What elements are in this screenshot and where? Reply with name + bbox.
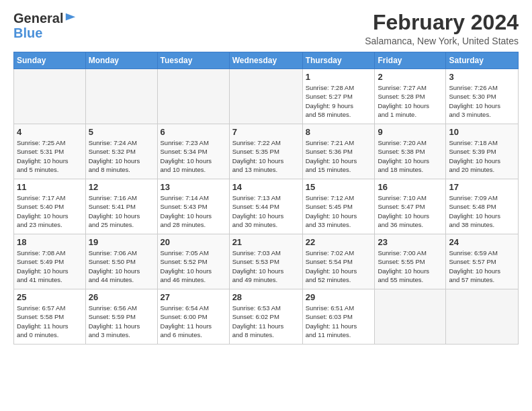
calendar-cell: 20Sunrise: 7:05 AM Sunset: 5:52 PM Dayli… [157, 234, 229, 289]
calendar-cell: 3Sunrise: 7:26 AM Sunset: 5:30 PM Daylig… [446, 69, 519, 124]
calendar-cell: 27Sunrise: 6:54 AM Sunset: 6:00 PM Dayli… [157, 289, 229, 345]
weekday-thursday: Thursday [302, 52, 375, 69]
svg-marker-0 [66, 13, 75, 21]
week-row-3: 11Sunrise: 7:17 AM Sunset: 5:40 PM Dayli… [14, 179, 519, 234]
calendar-cell: 26Sunrise: 6:56 AM Sunset: 5:59 PM Dayli… [85, 289, 157, 345]
calendar-cell [14, 69, 86, 124]
day-number: 10 [449, 127, 515, 137]
day-number: 5 [89, 127, 154, 137]
day-info: Sunrise: 7:27 AM Sunset: 5:28 PM Dayligh… [378, 83, 443, 119]
calendar-cell: 5Sunrise: 7:24 AM Sunset: 5:32 PM Daylig… [85, 124, 157, 179]
day-number: 23 [378, 237, 443, 247]
day-number: 16 [378, 182, 443, 192]
calendar-cell: 13Sunrise: 7:14 AM Sunset: 5:43 PM Dayli… [157, 179, 229, 234]
day-info: Sunrise: 7:26 AM Sunset: 5:30 PM Dayligh… [449, 83, 515, 119]
day-info: Sunrise: 7:05 AM Sunset: 5:52 PM Dayligh… [161, 248, 226, 284]
calendar-cell [446, 289, 519, 345]
day-info: Sunrise: 7:21 AM Sunset: 5:36 PM Dayligh… [306, 138, 372, 174]
weekday-wednesday: Wednesday [229, 52, 302, 69]
day-number: 20 [161, 237, 226, 247]
day-number: 2 [378, 72, 443, 82]
calendar-cell: 4Sunrise: 7:25 AM Sunset: 5:31 PM Daylig… [14, 124, 86, 179]
day-info: Sunrise: 7:09 AM Sunset: 5:48 PM Dayligh… [449, 193, 515, 229]
calendar-cell: 28Sunrise: 6:53 AM Sunset: 6:02 PM Dayli… [229, 289, 302, 345]
calendar-cell: 24Sunrise: 6:59 AM Sunset: 5:57 PM Dayli… [446, 234, 519, 289]
day-number: 17 [449, 182, 515, 192]
day-info: Sunrise: 7:06 AM Sunset: 5:50 PM Dayligh… [89, 248, 154, 284]
week-row-5: 25Sunrise: 6:57 AM Sunset: 5:58 PM Dayli… [14, 289, 519, 345]
calendar-cell: 10Sunrise: 7:18 AM Sunset: 5:39 PM Dayli… [446, 124, 519, 179]
day-number: 1 [306, 72, 372, 82]
weekday-tuesday: Tuesday [157, 52, 229, 69]
day-number: 12 [89, 182, 154, 192]
day-number: 18 [17, 237, 83, 247]
day-info: Sunrise: 7:25 AM Sunset: 5:31 PM Dayligh… [17, 138, 83, 174]
day-info: Sunrise: 6:57 AM Sunset: 5:58 PM Dayligh… [17, 304, 83, 339]
day-info: Sunrise: 7:02 AM Sunset: 5:54 PM Dayligh… [306, 248, 372, 284]
day-number: 26 [89, 292, 154, 302]
calendar-cell: 6Sunrise: 7:23 AM Sunset: 5:34 PM Daylig… [157, 124, 229, 179]
calendar-cell: 9Sunrise: 7:20 AM Sunset: 5:38 PM Daylig… [375, 124, 446, 179]
day-number: 3 [449, 72, 515, 82]
calendar-cell: 15Sunrise: 7:12 AM Sunset: 5:45 PM Dayli… [302, 179, 375, 234]
day-info: Sunrise: 7:03 AM Sunset: 5:53 PM Dayligh… [232, 248, 300, 284]
month-title: February 2024 [365, 11, 519, 34]
calendar-cell: 18Sunrise: 7:08 AM Sunset: 5:49 PM Dayli… [14, 234, 86, 289]
day-info: Sunrise: 7:18 AM Sunset: 5:39 PM Dayligh… [449, 138, 515, 174]
calendar-cell [157, 69, 229, 124]
calendar-cell: 1Sunrise: 7:28 AM Sunset: 5:27 PM Daylig… [302, 69, 375, 124]
calendar-cell: 12Sunrise: 7:16 AM Sunset: 5:41 PM Dayli… [85, 179, 157, 234]
day-info: Sunrise: 7:12 AM Sunset: 5:45 PM Dayligh… [306, 193, 372, 229]
day-info: Sunrise: 7:14 AM Sunset: 5:43 PM Dayligh… [161, 193, 226, 229]
location: Salamanca, New York, United States [365, 36, 519, 46]
week-row-1: 1Sunrise: 7:28 AM Sunset: 5:27 PM Daylig… [14, 69, 519, 124]
day-number: 21 [232, 237, 300, 247]
day-number: 28 [232, 292, 300, 302]
day-number: 22 [306, 237, 372, 247]
day-number: 4 [17, 127, 83, 137]
day-number: 19 [89, 237, 154, 247]
calendar-cell: 22Sunrise: 7:02 AM Sunset: 5:54 PM Dayli… [302, 234, 375, 289]
day-info: Sunrise: 7:10 AM Sunset: 5:47 PM Dayligh… [378, 193, 443, 229]
day-number: 13 [161, 182, 226, 192]
day-info: Sunrise: 6:51 AM Sunset: 6:03 PM Dayligh… [306, 304, 372, 339]
day-number: 24 [449, 237, 515, 247]
day-info: Sunrise: 6:59 AM Sunset: 5:57 PM Dayligh… [449, 248, 515, 284]
weekday-friday: Friday [375, 52, 446, 69]
calendar-cell [375, 289, 446, 345]
day-info: Sunrise: 7:08 AM Sunset: 5:49 PM Dayligh… [17, 248, 83, 284]
day-number: 27 [161, 292, 226, 302]
calendar-cell: 17Sunrise: 7:09 AM Sunset: 5:48 PM Dayli… [446, 179, 519, 234]
day-number: 9 [378, 127, 443, 137]
calendar-cell: 14Sunrise: 7:13 AM Sunset: 5:44 PM Dayli… [229, 179, 302, 234]
day-info: Sunrise: 7:28 AM Sunset: 5:27 PM Dayligh… [306, 83, 372, 119]
weekday-saturday: Saturday [446, 52, 519, 69]
day-number: 25 [17, 292, 83, 302]
day-info: Sunrise: 7:23 AM Sunset: 5:34 PM Dayligh… [161, 138, 226, 174]
calendar-cell: 23Sunrise: 7:00 AM Sunset: 5:55 PM Dayli… [375, 234, 446, 289]
day-number: 6 [161, 127, 226, 137]
day-number: 11 [17, 182, 83, 192]
calendar-cell: 16Sunrise: 7:10 AM Sunset: 5:47 PM Dayli… [375, 179, 446, 234]
day-number: 7 [232, 127, 300, 137]
calendar-cell: 21Sunrise: 7:03 AM Sunset: 5:53 PM Dayli… [229, 234, 302, 289]
calendar-cell: 25Sunrise: 6:57 AM Sunset: 5:58 PM Dayli… [14, 289, 86, 345]
day-info: Sunrise: 7:16 AM Sunset: 5:41 PM Dayligh… [89, 193, 154, 229]
calendar-cell [229, 69, 302, 124]
day-info: Sunrise: 7:00 AM Sunset: 5:55 PM Dayligh… [378, 248, 443, 284]
logo-blue: Blue [13, 26, 42, 40]
day-info: Sunrise: 7:20 AM Sunset: 5:38 PM Dayligh… [378, 138, 443, 174]
logo-flag-icon [64, 12, 77, 24]
calendar-cell: 11Sunrise: 7:17 AM Sunset: 5:40 PM Dayli… [14, 179, 86, 234]
calendar-cell: 19Sunrise: 7:06 AM Sunset: 5:50 PM Dayli… [85, 234, 157, 289]
day-info: Sunrise: 7:17 AM Sunset: 5:40 PM Dayligh… [17, 193, 83, 229]
day-info: Sunrise: 6:54 AM Sunset: 6:00 PM Dayligh… [161, 304, 226, 339]
logo: General Blue [13, 11, 77, 40]
day-number: 29 [306, 292, 372, 302]
calendar-cell: 7Sunrise: 7:22 AM Sunset: 5:35 PM Daylig… [229, 124, 302, 179]
logo-general: General [13, 11, 63, 26]
calendar: SundayMondayTuesdayWednesdayThursdayFrid… [13, 52, 519, 345]
weekday-header-row: SundayMondayTuesdayWednesdayThursdayFrid… [14, 52, 519, 69]
week-row-4: 18Sunrise: 7:08 AM Sunset: 5:49 PM Dayli… [14, 234, 519, 289]
calendar-cell: 8Sunrise: 7:21 AM Sunset: 5:36 PM Daylig… [302, 124, 375, 179]
